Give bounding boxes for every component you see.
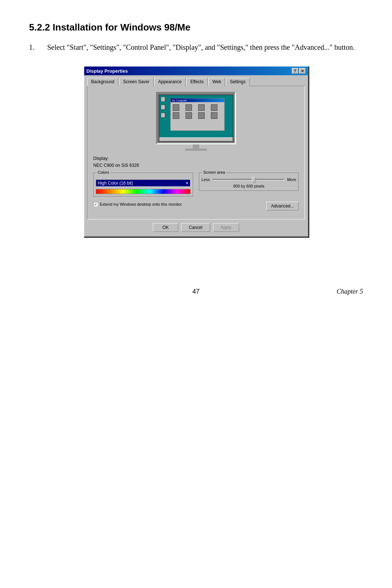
checkbox-advanced-row: ✓ Extend my Windows desktop onto this mo…: [93, 202, 299, 210]
apply-button[interactable]: Apply: [213, 223, 239, 232]
page-number: 47: [140, 288, 252, 295]
sim-icons-grid: [171, 102, 224, 121]
monitor-base: [185, 149, 207, 151]
desktop-icon: [161, 105, 165, 110]
display-label: Display:: [93, 155, 299, 162]
tab-settings[interactable]: Settings: [226, 78, 249, 86]
sim-icon: [173, 104, 179, 111]
monitor-neck: [193, 144, 199, 149]
tab-content: My Computer: [87, 86, 305, 220]
sim-icon: [211, 112, 217, 119]
monitor-screen-outer: My Computer: [156, 92, 236, 144]
display-properties-dialog: Display Properties ? ✕ Background Screen…: [83, 66, 309, 237]
tab-effects[interactable]: Effects: [186, 78, 207, 86]
sim-icon: [211, 104, 217, 111]
help-button[interactable]: ?: [292, 68, 298, 74]
more-label: More: [287, 177, 296, 182]
sim-icon: [198, 104, 205, 111]
select-arrow-icon: ▼: [185, 181, 189, 185]
colors-select[interactable]: High Color (16 bit) ▼: [96, 180, 191, 187]
colors-group: Colors High Color (16 bit) ▼: [93, 173, 193, 198]
dialog-wrapper: Display Properties ? ✕ Background Screen…: [69, 66, 323, 237]
tab-appearance[interactable]: Appearance: [154, 78, 186, 86]
screen-area-fieldset: Screen area Less More 800 by 600 pixels: [199, 173, 299, 191]
less-label: Less: [201, 177, 210, 182]
monitor-preview: My Computer: [93, 92, 299, 151]
screen-area-group: Screen area Less More 800 by 600 pixels: [199, 173, 299, 198]
sim-icon: [185, 112, 192, 119]
monitor-stand: [156, 144, 236, 151]
slider-row: Less More: [201, 177, 296, 182]
section-heading: 5.2.2 Installation for Windows 98/Me: [29, 22, 363, 33]
list-text: Select "Start", "Settings", "Control Pan…: [47, 42, 355, 53]
chapter-ref: Chapter 5: [252, 288, 363, 295]
checkbox-label: Extend my Windows desktop onto this moni…: [100, 202, 183, 206]
extend-desktop-checkbox[interactable]: ✓: [93, 202, 98, 206]
monitor: My Computer: [156, 92, 236, 151]
titlebar-controls: ? ✕: [292, 68, 306, 74]
pixels-text: 800 by 600 pixels: [201, 184, 296, 188]
tab-bar: Background Screen Saver Appearance Effec…: [84, 75, 308, 86]
sim-titlebar: My Computer: [171, 98, 224, 102]
tab-web[interactable]: Web: [208, 78, 225, 86]
colors-select-value: High Color (16 bit): [98, 181, 133, 186]
colors-fieldset: Colors High Color (16 bit) ▼: [93, 173, 193, 197]
sim-taskbar: [159, 137, 233, 141]
close-button[interactable]: ✕: [299, 68, 306, 74]
tab-screen-saver[interactable]: Screen Saver: [119, 78, 154, 86]
resolution-slider[interactable]: [213, 179, 284, 180]
display-info: Display: NEC C900 on SiS 6326: [93, 155, 299, 169]
advanced-button[interactable]: Advanced...: [266, 202, 299, 210]
titlebar: Display Properties ? ✕: [84, 67, 308, 75]
sim-window: My Computer: [170, 98, 225, 131]
list-item: 1. Select "Start", "Settings", "Control …: [29, 42, 363, 53]
desktop-icon: [161, 113, 165, 118]
desktop-icon: [161, 97, 165, 102]
desktop-left-icons: [161, 97, 165, 118]
tab-background[interactable]: Background: [87, 78, 118, 86]
display-value: NEC C900 on SiS 6326: [93, 162, 299, 169]
page-footer: 47 Chapter 5: [29, 281, 363, 295]
sim-title: My Computer: [172, 99, 187, 102]
sim-icon: [185, 104, 192, 111]
ok-button[interactable]: OK: [153, 223, 178, 232]
dialog-buttons: OK Cancel Apply: [84, 220, 308, 236]
screen-area-legend: Screen area: [202, 170, 226, 174]
desktop-sim: My Computer: [159, 95, 233, 141]
checkbox-row: ✓ Extend my Windows desktop onto this mo…: [93, 202, 183, 206]
color-bar: [96, 189, 191, 194]
sim-icon: [198, 112, 205, 119]
slider-thumb: [252, 177, 256, 183]
cancel-button[interactable]: Cancel: [181, 223, 210, 232]
sim-icon: [173, 112, 179, 119]
monitor-screen-inner: My Computer: [159, 94, 233, 142]
list-number: 1.: [29, 42, 40, 53]
instruction-list: 1. Select "Start", "Settings", "Control …: [29, 42, 363, 53]
dialog-title: Display Properties: [86, 68, 128, 74]
settings-row: Colors High Color (16 bit) ▼ Screen area: [93, 173, 299, 198]
colors-legend: Colors: [97, 170, 110, 174]
